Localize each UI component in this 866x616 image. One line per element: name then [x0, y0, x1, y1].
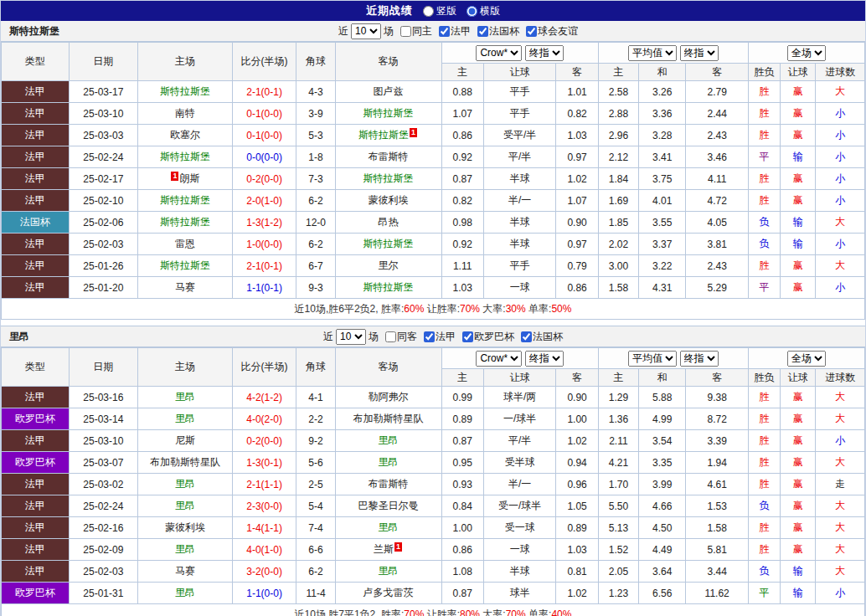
- away-team-cell[interactable]: 蒙彼利埃: [335, 190, 441, 212]
- home-team-cell[interactable]: 尼斯: [138, 430, 233, 452]
- home-team-cell[interactable]: 里昂: [138, 583, 233, 604]
- home-team-cell[interactable]: 里昂: [138, 495, 233, 517]
- recent-count-select[interactable]: 10: [351, 23, 381, 39]
- team-link[interactable]: 里昂: [379, 434, 399, 446]
- team-link[interactable]: 朗斯: [179, 172, 199, 184]
- team-link[interactable]: 兰斯: [374, 543, 394, 555]
- team-link[interactable]: 里昂: [379, 456, 399, 468]
- team-link[interactable]: 图卢兹: [374, 85, 404, 97]
- league-filter-checkbox[interactable]: 欧罗巴杯: [462, 330, 514, 344]
- away-team-cell[interactable]: 兰斯1: [335, 539, 441, 561]
- team-link[interactable]: 南特: [175, 107, 195, 119]
- horizontal-radio-icon[interactable]: [467, 6, 477, 17]
- home-team-cell[interactable]: 雷恩: [138, 234, 233, 255]
- league-filter-checkbox[interactable]: 法甲: [439, 24, 471, 38]
- away-team-cell[interactable]: 斯特拉斯堡: [335, 103, 441, 125]
- team-link[interactable]: 欧塞尔: [170, 129, 200, 141]
- vertical-radio-icon[interactable]: [423, 6, 434, 17]
- team-link[interactable]: 斯特拉斯堡: [358, 129, 409, 141]
- home-team-cell[interactable]: 斯特拉斯堡: [138, 212, 233, 234]
- team-link[interactable]: 里昂: [175, 587, 195, 598]
- score-cell[interactable]: 4-0(1-0): [232, 539, 296, 561]
- home-team-cell[interactable]: 马赛: [138, 561, 233, 583]
- team-link[interactable]: 布雷斯特: [369, 151, 409, 162]
- league-filter-checkbox[interactable]: 法国杯: [521, 330, 563, 344]
- team-link[interactable]: 里昂: [379, 565, 399, 577]
- score-cell[interactable]: 2-3(0-0): [232, 495, 296, 517]
- home-team-cell[interactable]: 里昂: [138, 474, 233, 495]
- home-team-cell[interactable]: 里昂: [138, 408, 233, 430]
- score-cell[interactable]: 0-1(0-0): [232, 125, 296, 146]
- layout-radio-horizontal[interactable]: 横版: [467, 4, 500, 18]
- score-cell[interactable]: 1-0(0-0): [232, 234, 296, 255]
- home-team-cell[interactable]: 里昂: [138, 539, 233, 561]
- team-link[interactable]: 布加勒斯特星队: [150, 456, 220, 468]
- team-link[interactable]: 里昂: [175, 478, 195, 490]
- team-link[interactable]: 里尔: [379, 259, 399, 271]
- team-link[interactable]: 巴黎圣日尔曼: [358, 500, 419, 511]
- away-team-cell[interactable]: 里昂: [335, 452, 441, 474]
- team-link[interactable]: 里昂: [175, 543, 195, 555]
- scope-select[interactable]: 全场: [787, 45, 826, 61]
- team-link[interactable]: 里昂: [379, 521, 399, 533]
- score-cell[interactable]: 2-1(1-1): [232, 474, 296, 495]
- odds-stage-select[interactable]: 终指: [525, 351, 564, 367]
- avg-stage-select[interactable]: 终指: [680, 351, 719, 367]
- team-link[interactable]: 里昂: [175, 500, 195, 511]
- away-team-cell[interactable]: 斯特拉斯堡1: [335, 125, 441, 146]
- same-home-checkbox[interactable]: 同主: [400, 24, 432, 38]
- score-cell[interactable]: 1-1(0-1): [232, 277, 296, 299]
- home-team-cell[interactable]: 斯特拉斯堡: [138, 190, 233, 212]
- team-link[interactable]: 斯特拉斯堡: [160, 85, 210, 97]
- away-team-cell[interactable]: 里昂: [335, 430, 441, 452]
- score-cell[interactable]: 1-4(1-1): [232, 517, 296, 539]
- away-team-cell[interactable]: 布雷斯特: [335, 146, 441, 168]
- home-team-cell[interactable]: 斯特拉斯堡: [138, 255, 233, 277]
- team-link[interactable]: 马赛: [175, 281, 195, 293]
- away-team-cell[interactable]: 布雷斯特: [335, 474, 441, 495]
- away-team-cell[interactable]: 斯特拉斯堡: [335, 168, 441, 190]
- recent-count-select[interactable]: 10: [336, 329, 366, 345]
- home-team-cell[interactable]: 布加勒斯特星队: [138, 452, 233, 474]
- score-cell[interactable]: 2-1(0-1): [232, 81, 296, 103]
- away-team-cell[interactable]: 图卢兹: [335, 81, 441, 103]
- team-link[interactable]: 蒙彼利埃: [165, 521, 205, 533]
- away-team-cell[interactable]: 斯特拉斯堡: [335, 277, 441, 299]
- score-cell[interactable]: 0-0(0-0): [232, 146, 296, 168]
- league-filter-checkbox[interactable]: 法甲: [424, 330, 456, 344]
- score-cell[interactable]: 0-1(0-0): [232, 103, 296, 125]
- avg-odds-select[interactable]: 平均值: [628, 45, 677, 61]
- team-link[interactable]: 斯特拉斯堡: [160, 194, 210, 206]
- home-team-cell[interactable]: 马赛: [138, 277, 233, 299]
- league-filter-checkbox[interactable]: 球会友谊: [526, 24, 578, 38]
- away-team-cell[interactable]: 勒阿弗尔: [335, 387, 441, 408]
- team-link[interactable]: 里昂: [175, 391, 195, 403]
- odds-company-select[interactable]: Crow*: [476, 45, 522, 61]
- team-link[interactable]: 雷恩: [175, 238, 195, 249]
- team-link[interactable]: 斯特拉斯堡: [160, 151, 210, 162]
- score-cell[interactable]: 0-2(0-0): [232, 168, 296, 190]
- home-team-cell[interactable]: 蒙彼利埃: [138, 517, 233, 539]
- away-team-cell[interactable]: 斯特拉斯堡: [335, 234, 441, 255]
- same-away-checkbox[interactable]: 同客: [385, 330, 417, 344]
- score-cell[interactable]: 4-0(2-0): [232, 408, 296, 430]
- score-cell[interactable]: 1-3(1-2): [232, 212, 296, 234]
- team-link[interactable]: 斯特拉斯堡: [160, 216, 210, 228]
- away-team-cell[interactable]: 布加勒斯特星队: [335, 408, 441, 430]
- team-link[interactable]: 勒阿弗尔: [369, 391, 409, 403]
- team-link[interactable]: 布加勒斯特星队: [353, 413, 424, 424]
- team-link[interactable]: 布雷斯特: [369, 478, 409, 490]
- home-team-cell[interactable]: 南特: [138, 103, 233, 125]
- team-link[interactable]: 尼斯: [175, 434, 195, 446]
- score-cell[interactable]: 3-2(0-0): [232, 561, 296, 583]
- away-team-cell[interactable]: 里昂: [335, 561, 441, 583]
- team-link[interactable]: 斯特拉斯堡: [160, 259, 210, 271]
- avg-odds-select[interactable]: 平均值: [628, 351, 677, 367]
- team-link[interactable]: 斯特拉斯堡: [363, 172, 414, 184]
- team-link[interactable]: 蒙彼利埃: [369, 194, 409, 206]
- home-team-cell[interactable]: 斯特拉斯堡: [138, 81, 233, 103]
- layout-radio-vertical[interactable]: 竖版: [423, 4, 456, 18]
- odds-company-select[interactable]: Crow*: [476, 351, 522, 367]
- home-team-cell[interactable]: 斯特拉斯堡: [138, 146, 233, 168]
- away-team-cell[interactable]: 里昂: [335, 517, 441, 539]
